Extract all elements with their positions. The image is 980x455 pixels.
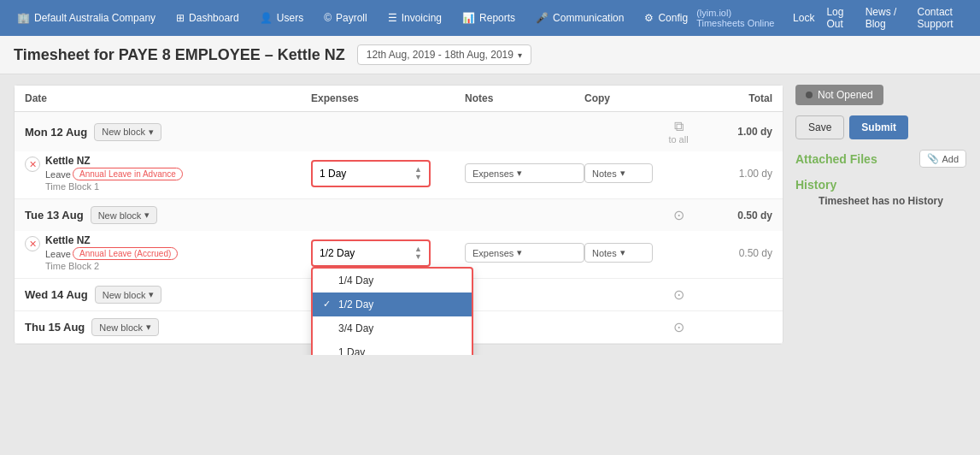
notes-dropdown-mon[interactable]: Notes ▾ — [584, 163, 653, 183]
nav-company[interactable]: 🏢 Default Australia Company — [9, 7, 164, 29]
expenses-dropdown-tue[interactable]: Expenses ▾ — [465, 243, 584, 263]
remove-entry-button-mon[interactable]: ✕ — [25, 157, 40, 172]
payroll-icon: © — [324, 12, 332, 24]
chevron-down-icon-tue: ▾ — [144, 210, 150, 221]
header-date: Date — [25, 92, 311, 104]
dropdown-option-quarter[interactable]: 1/4 Day — [313, 269, 472, 292]
day-section-tue: Tue 13 Aug New block ▾ ⊙ 0.50 dy ✕ Ket — [15, 199, 783, 279]
date-range-label: 12th Aug, 2019 - 18th Aug, 2019 — [367, 49, 513, 61]
entry-left-mon: ✕ Kettle NZ Leave Annual Leave in Advanc… — [25, 155, 311, 192]
leave-prefix-tue: Leave — [45, 249, 71, 259]
copy-icon: ⧉ — [674, 119, 684, 134]
duration-wrapper-tue: 1/2 Day ▲ ▼ 1/4 Day ✓ — [311, 239, 465, 267]
copy-to-all-mon[interactable]: ⧉ to all — [653, 119, 704, 145]
add-file-button[interactable]: 📎 Add — [919, 150, 966, 168]
new-block-label-tue: New block — [98, 210, 142, 221]
nav-invoicing[interactable]: ☰ Invoicing — [379, 7, 450, 29]
date-range-selector[interactable]: 12th Aug, 2019 - 18th Aug, 2019 ▾ — [357, 44, 531, 65]
notes-chevron-mon: ▾ — [620, 168, 625, 179]
day-label-thu: Thu 15 Aug New block ▾ — [25, 318, 311, 336]
duration-select-tue[interactable]: 1/2 Day ▲ ▼ — [311, 239, 431, 267]
add-label: Add — [942, 154, 959, 164]
entry-block-mon: Time Block 1 — [45, 181, 183, 192]
chevron-down-icon: ▾ — [149, 127, 154, 138]
new-block-label-thu: New block — [99, 322, 143, 333]
nav-payroll[interactable]: © Payroll — [315, 7, 376, 29]
option-full-label: 1 Day — [338, 346, 365, 356]
expenses-chevron-tue: ▾ — [517, 247, 522, 258]
day-collapse-wed[interactable]: ⊙ — [653, 287, 704, 303]
day-section-mon: Mon 12 Aug New block ▾ ⧉ to all 1.00 dy — [15, 112, 783, 199]
duration-select-mon[interactable]: 1 Day ▲ ▼ — [311, 160, 431, 187]
entry-total-mon: 1.00 dy — [704, 168, 772, 180]
nav-communication-label: Communication — [553, 12, 624, 24]
entry-employee-tue: Kettle NZ — [45, 234, 178, 246]
dropdown-option-three-quarter[interactable]: 3/4 Day — [313, 316, 472, 340]
nav-reports-label: Reports — [479, 12, 515, 24]
notes-label-tue: Notes — [592, 248, 617, 258]
lock-link[interactable]: Lock — [793, 12, 814, 24]
new-block-button-wed[interactable]: New block ▾ — [95, 286, 162, 304]
users-icon: 👤 — [260, 12, 273, 24]
save-button[interactable]: Save — [795, 115, 844, 139]
company-label: Default Australia Company — [34, 12, 156, 24]
day-collapse-thu[interactable]: ⊙ — [653, 319, 704, 335]
entry-left-tue: ✕ Kettle NZ Leave Annual Leave (Accrued)… — [25, 234, 311, 271]
submit-button[interactable]: Submit — [849, 115, 908, 139]
dropdown-option-half[interactable]: ✓ 1/2 Day — [313, 292, 472, 316]
nav-users-label: Users — [277, 12, 303, 24]
entry-total-tue: 0.50 dy — [704, 247, 772, 259]
expenses-chevron-mon: ▾ — [517, 168, 522, 179]
day-header-tue: Tue 13 Aug New block ▾ ⊙ 0.50 dy — [15, 199, 783, 231]
header-copy: Copy — [584, 92, 653, 104]
page-header-bar: Timesheet for PAYE 8 EMPLOYEE – Kettle N… — [0, 36, 980, 74]
nav-communication[interactable]: 🎤 Communication — [527, 7, 632, 29]
new-block-label: New block — [102, 127, 145, 137]
day-label-tue: Tue 13 Aug New block ▾ — [25, 206, 311, 224]
top-navigation: 🏢 Default Australia Company ⊞ Dashboard … — [0, 0, 980, 36]
nav-config-label: Config — [658, 12, 688, 24]
header-expenses: Expenses — [311, 92, 465, 104]
entry-leave-tue: Leave Annual Leave (Accrued) — [45, 247, 178, 260]
attached-files-title: Attached Files — [795, 152, 877, 166]
news-link[interactable]: News / Blog — [866, 6, 906, 30]
leave-badge-mon[interactable]: Annual Leave in Advance — [73, 168, 183, 180]
notes-dropdown-tue[interactable]: Notes ▾ — [584, 243, 653, 263]
dropdown-option-full[interactable]: 1 Day — [313, 340, 472, 356]
nav-reports[interactable]: 📊 Reports — [454, 7, 524, 29]
leave-badge-tue[interactable]: Annual Leave (Accrued) — [73, 247, 178, 260]
remove-entry-button-tue[interactable]: ✕ — [25, 236, 40, 251]
new-block-label-wed: New block — [103, 290, 146, 300]
day-total-tue: 0.50 dy — [704, 210, 772, 222]
day-collapse-tue[interactable]: ⊙ — [653, 207, 704, 223]
nav-left: 🏢 Default Australia Company ⊞ Dashboard … — [9, 7, 696, 29]
stepper-arrows-tue: ▲ ▼ — [414, 245, 422, 261]
logout-link[interactable]: Log Out — [826, 6, 853, 30]
notes-label-mon: Notes — [592, 168, 617, 179]
nav-right: (lyim.iol) Timesheets Online Lock Log Ou… — [696, 6, 971, 30]
option-quarter-label: 1/4 Day — [338, 275, 373, 287]
invoicing-icon: ☰ — [388, 12, 397, 24]
nav-config[interactable]: ⚙ Config — [636, 7, 696, 29]
contact-support-link[interactable]: Contact Support — [918, 6, 971, 30]
table-header: Date Expenses Notes Copy Total — [15, 86, 783, 112]
new-block-button-thu[interactable]: New block ▾ — [91, 318, 159, 336]
expenses-label-mon: Expenses — [472, 168, 513, 179]
reports-icon: 📊 — [462, 12, 475, 24]
nav-dashboard[interactable]: ⊞ Dashboard — [167, 7, 248, 29]
nav-payroll-label: Payroll — [336, 12, 367, 24]
entry-details-mon: Kettle NZ Leave Annual Leave in Advance … — [45, 155, 183, 192]
leave-prefix-mon: Leave — [45, 169, 71, 180]
session-info: (lyim.iol) Timesheets Online — [696, 8, 781, 28]
nav-users[interactable]: 👤 Users — [251, 7, 312, 29]
history-section: History Timesheet has no History — [795, 178, 966, 207]
nav-dashboard-label: Dashboard — [189, 12, 239, 24]
history-empty-message: Timesheet has no History — [795, 195, 966, 207]
day-label-wed: Wed 14 Aug New block ▾ — [25, 286, 311, 304]
copy-label: to all — [668, 134, 688, 145]
check-icon-half: ✓ — [323, 298, 333, 310]
config-icon: ⚙ — [644, 12, 654, 24]
expenses-dropdown-mon[interactable]: Expenses ▾ — [465, 163, 584, 183]
new-block-button-mon[interactable]: New block ▾ — [94, 123, 161, 141]
new-block-button-tue[interactable]: New block ▾ — [91, 206, 158, 224]
